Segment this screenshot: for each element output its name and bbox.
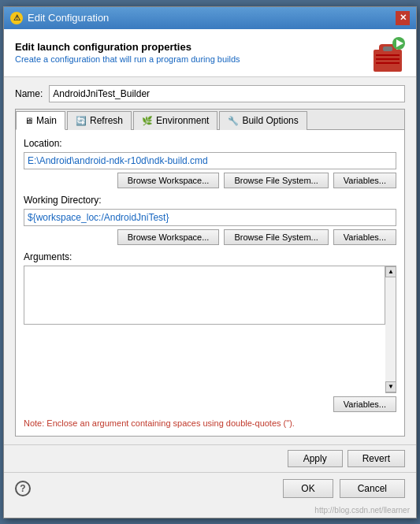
location-variables-button[interactable]: Variables... [333,173,396,188]
environment-tab-icon: 🌿 [142,116,153,126]
header-text: Edit launch configuration properties Cre… [15,41,374,64]
dialog-title: Edit Configuration [28,12,109,24]
arguments-textarea-wrapper: ▲ ▼ [24,266,396,393]
location-buttons: Browse Workspace... Browse File System..… [24,173,396,188]
tab-build-options[interactable]: 🔧 Build Options [219,111,307,130]
header-icon [374,37,405,69]
header-area: Edit launch configuration properties Cre… [4,29,416,77]
arguments-variables-button[interactable]: Variables... [333,396,396,412]
environment-tab-label: Environment [156,115,209,126]
title-bar: ⚠ Edit Configuration ✕ [4,7,416,29]
working-directory-label: Working Directory: [24,195,396,206]
tab-environment[interactable]: 🌿 Environment [133,111,217,130]
build-options-tab-icon: 🔧 [228,116,239,126]
wd-browse-workspace-button[interactable]: Browse Workspace... [117,229,220,245]
name-label: Name: [15,88,43,99]
tabs-header: 🖥 Main 🔄 Refresh 🌿 Environment 🔧 Build O… [16,110,404,130]
build-options-tab-label: Build Options [242,115,298,126]
arguments-area: Arguments: ▲ ▼ Variables... [24,251,396,412]
refresh-tab-label: Refresh [90,115,123,126]
header-title: Edit launch configuration properties [15,41,374,53]
scroll-up-arrow[interactable]: ▲ [385,266,396,277]
name-row: Name: [15,85,405,102]
working-directory-input[interactable] [24,209,396,226]
ok-button[interactable]: OK [283,479,333,498]
main-tab-label: Main [36,115,57,126]
scroll-down-arrow[interactable]: ▼ [385,381,396,392]
cancel-button[interactable]: Cancel [340,479,405,498]
location-input[interactable] [24,152,396,169]
tab-refresh[interactable]: 🔄 Refresh [67,111,132,130]
action-buttons-row: Apply Revert [4,444,416,472]
warning-icon: ⚠ [10,12,23,24]
content-area: Name: 🖥 Main 🔄 Refresh 🌿 Environment [4,77,416,444]
bottom-buttons: ? OK Cancel [4,472,416,504]
location-group: Location: Browse Workspace... Browse Fil… [24,138,396,188]
header-subtitle: Create a configuration that will run a p… [15,54,374,64]
tabs-container: 🖥 Main 🔄 Refresh 🌿 Environment 🔧 Build O… [15,109,405,437]
title-bar-left: ⚠ Edit Configuration [10,12,109,24]
arguments-label: Arguments: [24,251,396,262]
location-browse-workspace-button[interactable]: Browse Workspace... [117,173,220,188]
wd-variables-button[interactable]: Variables... [333,229,396,245]
working-directory-buttons: Browse Workspace... Browse File System..… [24,229,396,245]
tab-main-content: Location: Browse Workspace... Browse Fil… [16,130,404,436]
refresh-tab-icon: 🔄 [76,116,87,126]
edit-configuration-dialog: ⚠ Edit Configuration ✕ Edit launch confi… [3,6,417,518]
wd-browse-file-button[interactable]: Browse File System... [224,229,328,245]
arguments-textarea[interactable] [24,266,385,325]
close-button[interactable]: ✕ [396,11,410,25]
name-input[interactable] [49,85,405,102]
location-browse-file-button[interactable]: Browse File System... [224,173,328,188]
help-icon[interactable]: ? [15,481,31,496]
arguments-scrollbar: ▲ ▼ [385,266,396,393]
tab-main[interactable]: 🖥 Main [16,111,65,130]
working-directory-group: Working Directory: Browse Workspace... B… [24,195,396,245]
revert-button[interactable]: Revert [348,450,405,467]
location-label: Location: [24,138,396,149]
note-text: Note: Enclose an argument containing spa… [24,418,396,428]
apply-button[interactable]: Apply [288,450,343,467]
watermark: http://blog.csdn.net/llearner [4,504,416,518]
main-tab-icon: 🖥 [24,116,33,125]
